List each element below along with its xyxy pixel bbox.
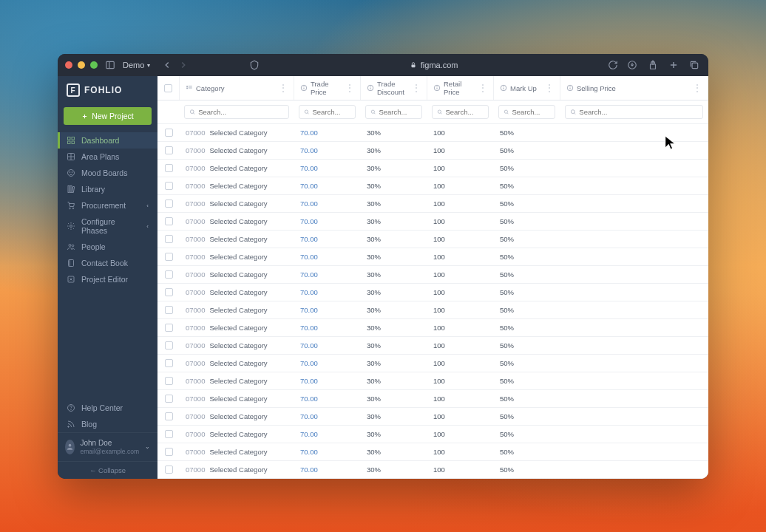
tabs-overview-icon[interactable]: [688, 58, 701, 72]
table-row[interactable]: 07000Selected Category 70.00 30% 100 50%: [157, 142, 708, 160]
row-checkbox[interactable]: [157, 142, 180, 159]
table-row[interactable]: 07000Selected Category 70.00 30% 100 50%: [157, 390, 708, 408]
search-input-trade-price[interactable]: [299, 105, 356, 119]
table-row[interactable]: 07000Selected Category 70.00 30% 100 50%: [157, 426, 708, 443]
forward-button[interactable]: [177, 58, 190, 72]
sidebar-item-people[interactable]: People: [58, 239, 157, 255]
table-row[interactable]: 07000Selected Category 70.00 30% 100 50%: [157, 231, 708, 248]
row-checkbox[interactable]: [157, 390, 180, 407]
search-input-trade-discount[interactable]: [365, 105, 422, 119]
table-row[interactable]: 07000Selected Category 70.00 30% 100 50%: [157, 248, 708, 266]
row-checkbox[interactable]: [157, 177, 180, 194]
row-checkbox[interactable]: [157, 426, 180, 443]
row-checkbox[interactable]: [157, 284, 180, 301]
row-checkbox[interactable]: [157, 408, 180, 425]
table-row[interactable]: 07000Selected Category 70.00 30% 100 50%: [157, 443, 708, 461]
select-all-header[interactable]: [157, 76, 180, 100]
table-row[interactable]: 07000Selected Category 70.00 30% 100 50%: [157, 301, 708, 319]
retail-price-value: 100: [427, 284, 494, 301]
row-checkbox[interactable]: [157, 301, 180, 318]
row-checkbox[interactable]: [157, 372, 180, 389]
table-row[interactable]: 07000Selected Category 70.00 30% 100 50%: [157, 177, 708, 195]
sidebar-item-project-editor[interactable]: Project Editor: [58, 271, 157, 287]
trade-price-value: 70.00: [300, 341, 318, 349]
svg-point-34: [68, 426, 70, 428]
search-input-category[interactable]: [184, 105, 289, 119]
category-code: 07000: [186, 359, 205, 367]
downloads-icon[interactable]: [626, 58, 639, 72]
search-icon: [304, 109, 309, 115]
search-input-mark-up[interactable]: [498, 105, 555, 119]
trade-discount-value: 30%: [361, 177, 427, 194]
sidebar-item-help-center[interactable]: Help Center: [58, 400, 157, 416]
tab-name[interactable]: Demo: [123, 61, 150, 69]
row-checkbox[interactable]: [157, 195, 180, 212]
table-row[interactable]: 07000Selected Category 70.00 30% 100 50%: [157, 195, 708, 213]
maximize-window-button[interactable]: [90, 61, 98, 69]
table-body[interactable]: 07000Selected Category 70.00 30% 100 50%…: [157, 124, 708, 479]
table-row[interactable]: 07000Selected Category 70.00 30% 100 50%: [157, 160, 708, 177]
table-row[interactable]: 07000Selected Category 70.00 30% 100 50%: [157, 266, 708, 284]
table-row[interactable]: 07000Selected Category 70.00 30% 100 50%: [157, 461, 708, 479]
new-tab-icon[interactable]: [667, 58, 680, 72]
back-button[interactable]: [160, 58, 174, 72]
category-code: 07000: [186, 129, 205, 137]
category-name: Selected Category: [209, 129, 267, 137]
search-input-selling-price[interactable]: [565, 105, 703, 119]
table-row[interactable]: 07000Selected Category 70.00 30% 100 50%: [157, 355, 708, 372]
row-checkbox[interactable]: [157, 266, 180, 283]
mark-up-value: 50%: [494, 443, 560, 460]
row-checkbox[interactable]: [157, 248, 180, 265]
share-icon[interactable]: [646, 58, 660, 72]
row-checkbox[interactable]: [157, 319, 180, 336]
sidebar-item-area-plans[interactable]: Area Plans: [58, 149, 157, 165]
column-header-mark-up[interactable]: Mark Up⋮: [494, 76, 560, 100]
sidebar-item-configure-phases[interactable]: Configure Phases‹: [58, 214, 157, 239]
close-window-button[interactable]: [65, 61, 72, 69]
new-project-button[interactable]: New Project: [64, 107, 152, 125]
sidebar-item-procurement[interactable]: Procurement‹: [58, 197, 157, 214]
trade-price-value: 70.00: [300, 466, 318, 474]
column-header-category[interactable]: Category⋮: [180, 76, 294, 100]
sidebar-item-library[interactable]: Library: [58, 181, 157, 197]
column-header-trade-discount[interactable]: Trade Discount⋮: [361, 76, 427, 100]
row-checkbox[interactable]: [157, 337, 180, 354]
table-row[interactable]: 07000Selected Category 70.00 30% 100 50%: [157, 319, 708, 337]
table-row[interactable]: 07000Selected Category 70.00 30% 100 50%: [157, 124, 708, 142]
sidebar-item-mood-boards[interactable]: Mood Boards: [58, 165, 157, 181]
minimize-window-button[interactable]: [78, 61, 85, 69]
collapse-sidebar-button[interactable]: ← Collapse: [58, 461, 157, 479]
row-checkbox[interactable]: [157, 160, 180, 177]
row-checkbox[interactable]: [157, 213, 180, 230]
sidebar-toggle-icon[interactable]: [104, 58, 117, 72]
people-icon: [67, 242, 75, 251]
column-header-trade-price[interactable]: Trade Price⋮: [294, 76, 361, 100]
row-checkbox[interactable]: [157, 124, 180, 141]
row-checkbox[interactable]: [157, 443, 180, 460]
shield-icon[interactable]: [248, 58, 261, 72]
row-checkbox[interactable]: [157, 461, 180, 478]
trade-price-value: 70.00: [300, 182, 318, 190]
column-header-selling-price[interactable]: Selling Price⋮: [560, 76, 708, 100]
app-sidebar: F FOHLIO New Project DashboardArea Plans…: [58, 76, 157, 479]
retail-price-value: 100: [427, 461, 494, 478]
table-row[interactable]: 07000Selected Category 70.00 30% 100 50%: [157, 213, 708, 231]
table-row[interactable]: 07000Selected Category 70.00 30% 100 50%: [157, 372, 708, 390]
brand-logo[interactable]: F FOHLIO: [58, 76, 157, 104]
user-box[interactable]: John Doe email@example.com ⌄: [58, 432, 157, 461]
reload-button[interactable]: [606, 58, 620, 72]
sidebar-item-contact-book[interactable]: Contact Book: [58, 255, 157, 271]
table-row[interactable]: 07000Selected Category 70.00 30% 100 50%: [157, 284, 708, 301]
column-header-retail-price[interactable]: Retail Price⋮: [427, 76, 494, 100]
table-row[interactable]: 07000Selected Category 70.00 30% 100 50%: [157, 337, 708, 355]
mark-up-value: 50%: [494, 213, 560, 230]
trade-price-value: 70.00: [300, 235, 318, 243]
row-checkbox[interactable]: [157, 355, 180, 372]
sidebar-item-dashboard[interactable]: Dashboard: [58, 132, 157, 149]
search-input-retail-price[interactable]: [432, 105, 489, 119]
address-bar[interactable]: figma.com: [267, 61, 600, 69]
row-checkbox[interactable]: [157, 231, 180, 248]
trade-price-value: 70.00: [300, 324, 318, 332]
table-row[interactable]: 07000Selected Category 70.00 30% 100 50%: [157, 408, 708, 426]
sidebar-item-blog[interactable]: Blog: [58, 416, 157, 432]
